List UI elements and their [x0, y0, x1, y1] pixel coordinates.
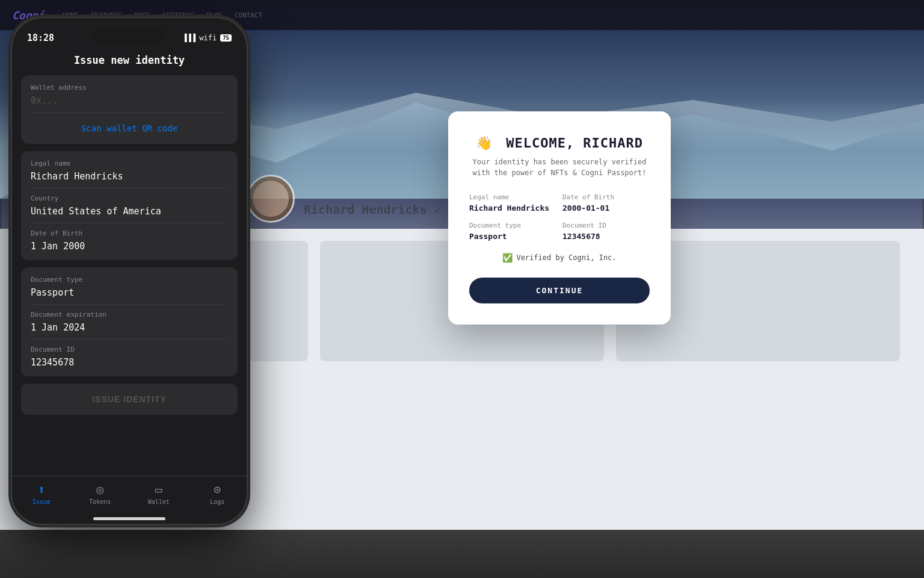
- phone-notch: [93, 26, 165, 45]
- phone-frame: 18:28 ▐▐▐ wifi 75 Issue new identity Wal…: [12, 18, 247, 524]
- bottom-nav: ⬆ Issue ◎ Tokens ▭ Wallet ⊙ Logs: [12, 476, 247, 524]
- profile-name: Richard Hendricks ✓: [304, 202, 442, 217]
- wallet-label: Wallet address: [31, 84, 228, 92]
- legal-name-value: Richard Hendricks: [31, 171, 228, 182]
- profile-area: Richard Hendricks ✓: [247, 175, 442, 223]
- welcome-text: WELCOME, RICHARD: [506, 135, 643, 151]
- verified-icon: ✅: [502, 253, 513, 263]
- phone-content[interactable]: Issue new identity Wallet address 0x... …: [12, 48, 247, 476]
- doc-exp-label: Document expiration: [31, 311, 228, 319]
- legal-name-label: Legal name: [31, 160, 228, 167]
- modal-dob-section: Date of Birth 2000-01-01: [562, 193, 650, 213]
- nav-item-tokens[interactable]: ◎ Tokens: [71, 482, 130, 505]
- modal-legal-name-label: Legal name: [469, 193, 556, 201]
- document-card: Document type Passport Document expirati…: [21, 267, 238, 376]
- welcome-emoji: 👋: [476, 135, 493, 151]
- doc-type-value: Passport: [31, 287, 228, 298]
- modal-dob-label: Date of Birth: [562, 193, 650, 201]
- wallet-placeholder: 0x...: [31, 95, 228, 106]
- nav-item-logs[interactable]: ⊙ Logs: [188, 482, 247, 505]
- nav-item-wallet[interactable]: ▭ Wallet: [129, 482, 188, 505]
- phone-screen-title: Issue new identity: [21, 48, 238, 75]
- issue-identity-button[interactable]: ISSUE IDENTITY: [21, 384, 238, 415]
- wallet-label-nav: Wallet: [148, 499, 170, 505]
- modal-legal-name-value: Richard Hendricks: [469, 204, 556, 213]
- modal-legal-name-section: Legal name Richard Hendricks: [469, 193, 556, 213]
- identity-card: Legal name Richard Hendricks Country Uni…: [21, 151, 238, 260]
- modal-doc-type-value: Passport: [469, 232, 556, 241]
- avatar-face: [253, 181, 289, 217]
- modal-doc-id-value: 12345678: [562, 232, 650, 241]
- logs-label: Logs: [210, 499, 224, 505]
- status-icons: ▐▐▐ wifi 75: [183, 34, 232, 42]
- modal-welcome-heading: 👋 WELCOME, RICHARD: [469, 135, 650, 151]
- modal-doc-type-section: Document type Passport: [469, 222, 556, 241]
- doc-divider-2: [31, 339, 228, 340]
- nav-item-issue[interactable]: ⬆ Issue: [12, 482, 71, 505]
- battery-badge: 75: [220, 34, 232, 42]
- continue-button[interactable]: CONTINUE: [469, 278, 650, 303]
- phone-container: 18:28 ▐▐▐ wifi 75 Issue new identity Wal…: [12, 18, 247, 524]
- tokens-label: Tokens: [89, 499, 111, 505]
- dob-label: Date of Birth: [31, 229, 228, 237]
- modal-dob-value: 2000-01-01: [562, 204, 650, 213]
- modal-doc-id-section: Document ID 12345678: [562, 222, 650, 241]
- verified-text: Verified by Cogni, Inc.: [516, 253, 616, 262]
- divider-1: [31, 188, 228, 188]
- tokens-icon: ◎: [96, 482, 103, 497]
- country-value: United States of America: [31, 206, 228, 217]
- doc-divider-1: [31, 304, 228, 305]
- logs-icon: ⊙: [214, 482, 221, 497]
- home-indicator: [93, 517, 165, 520]
- issue-label: Issue: [32, 499, 51, 505]
- issue-icon: ⬆: [38, 482, 45, 497]
- doc-type-label: Document type: [31, 276, 228, 284]
- divider-2: [31, 223, 228, 223]
- modal-subtitle: Your identity has been securely verified…: [469, 157, 650, 178]
- country-label: Country: [31, 194, 228, 202]
- dob-value: 1 Jan 2000: [31, 241, 228, 252]
- modal-doc-id-label: Document ID: [562, 222, 650, 229]
- wallet-icon: ▭: [155, 482, 162, 497]
- doc-exp-value: 1 Jan 2024: [31, 322, 228, 333]
- modal-doc-type-label: Document type: [469, 222, 556, 229]
- signal-icon: ▐▐▐: [183, 34, 196, 42]
- wallet-card: Wallet address 0x... Scan wallet QR code: [21, 75, 238, 144]
- doc-id-label: Document ID: [31, 346, 228, 353]
- desk-surface: [0, 530, 924, 578]
- profile-name-area: Richard Hendricks ✓: [304, 202, 442, 223]
- modal-verified: ✅ Verified by Cogni, Inc.: [469, 253, 650, 263]
- welcome-modal: 👋 WELCOME, RICHARD Your identity has bee…: [448, 111, 671, 325]
- card-divider: [31, 112, 228, 113]
- avatar: [247, 175, 295, 223]
- scan-qr-button[interactable]: Scan wallet QR code: [31, 119, 228, 135]
- modal-info-grid: Legal name Richard Hendricks Date of Bir…: [469, 193, 650, 241]
- wifi-icon: wifi: [199, 34, 217, 42]
- doc-id-value: 12345678: [31, 357, 228, 368]
- phone-screen: 18:28 ▐▐▐ wifi 75 Issue new identity Wal…: [12, 18, 247, 524]
